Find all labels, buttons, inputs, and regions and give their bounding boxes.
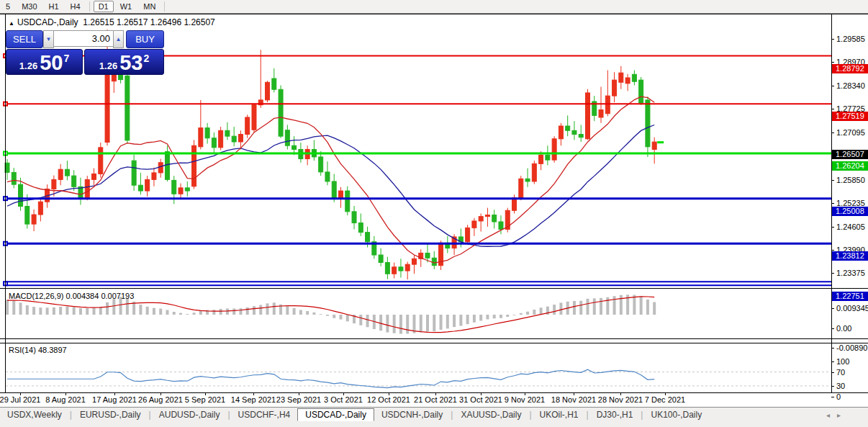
timeframe-button-mn[interactable]: MN xyxy=(138,1,161,12)
rsi-line xyxy=(7,369,654,387)
candle-body xyxy=(52,179,56,189)
candle-body xyxy=(512,197,517,210)
macd-rsi-divider2 xyxy=(0,343,868,343)
volume-increase-button[interactable]: ▲ xyxy=(113,30,124,48)
candle-up xyxy=(605,71,610,117)
tab-dj30-h1[interactable]: DJ30-,H1 xyxy=(589,409,641,421)
toolbar-separator xyxy=(89,1,90,12)
sell-price-display[interactable]: 1.26 50 7 xyxy=(6,49,83,75)
volume-input[interactable] xyxy=(54,30,113,47)
candle-body xyxy=(205,128,209,138)
candle-up xyxy=(219,127,223,150)
timeframe-button-h1[interactable]: H1 xyxy=(44,1,64,12)
price-axis-label: 1.29585 xyxy=(836,35,865,43)
tab-separator: | xyxy=(529,410,531,420)
candle-down xyxy=(225,122,230,140)
price-axis-label: 1.27095 xyxy=(836,128,865,137)
tab-xauusd-daily[interactable]: XAUUSD-,Daily xyxy=(453,409,528,421)
timeframe-button-m30[interactable]: M30 xyxy=(17,1,42,12)
candle-down xyxy=(372,236,376,259)
candle-body xyxy=(92,174,96,179)
tab-usdx-weekly[interactable]: USDX,Weekly xyxy=(0,409,69,421)
candle-down xyxy=(232,127,236,146)
candle-down xyxy=(132,155,136,191)
candle-down xyxy=(639,77,643,105)
tab-scroll-left-icon[interactable]: ◂ xyxy=(826,411,837,419)
candle-body xyxy=(585,93,589,139)
candle-body xyxy=(379,255,383,262)
tab-usdchf-h4[interactable]: USDCHF-,H4 xyxy=(231,409,298,421)
candle-body xyxy=(279,89,283,136)
candle-down xyxy=(358,213,363,235)
candle-down xyxy=(385,257,389,279)
candle-down xyxy=(352,206,356,229)
tab-uk100-daily[interactable]: UK100-,Daily xyxy=(643,409,709,421)
rsi-axis-label: 30 xyxy=(836,382,845,390)
status-strip xyxy=(0,421,868,427)
price-badge-1.23812: 1.23812 xyxy=(832,251,868,261)
candle-body xyxy=(99,148,103,174)
candle-body xyxy=(412,259,416,264)
tab-usdcad-daily[interactable]: USDCAD-,Daily xyxy=(297,408,374,421)
macd-signal-line xyxy=(7,297,654,333)
candle-up xyxy=(619,66,623,89)
tab-eurusd-daily[interactable]: EURUSD-,Daily xyxy=(73,409,148,421)
rsi-label: RSI(14) 48.3897 xyxy=(9,346,67,354)
candle-up xyxy=(158,159,163,178)
rsi-axis-tick xyxy=(831,397,834,397)
candle-down xyxy=(546,145,550,165)
rsi-axis-label: 0 xyxy=(836,392,841,401)
candle-down xyxy=(432,251,436,269)
tab-ukoil-h1[interactable]: UKOil-,H1 xyxy=(533,409,586,421)
candle-up xyxy=(599,87,603,123)
tab-audusd-daily[interactable]: AUDUSD-,Daily xyxy=(152,409,227,421)
candle-body xyxy=(546,155,550,160)
buy-button[interactable]: BUY xyxy=(126,30,164,48)
candle-down xyxy=(572,121,577,140)
candle-body xyxy=(599,109,603,117)
candle-up xyxy=(485,208,489,227)
candle-body xyxy=(559,126,563,139)
timeframe-button-w1[interactable]: W1 xyxy=(115,1,137,12)
buy-price-display[interactable]: 1.26 53 2 xyxy=(84,49,164,75)
pane-border-top xyxy=(0,14,868,14)
tab-scroll-right-icon[interactable]: ▸ xyxy=(837,411,848,419)
candle-down xyxy=(65,161,69,180)
rsi-axis-label: 100 xyxy=(836,357,849,366)
candle-down xyxy=(272,68,276,93)
timeframe-button-d1[interactable]: D1 xyxy=(94,1,114,12)
candle-body xyxy=(339,191,343,198)
candle-up xyxy=(99,143,103,178)
candle-body xyxy=(552,139,556,160)
macd-label: MACD(12,26,9) 0.004384 0.007193 xyxy=(9,292,134,300)
candle-up xyxy=(439,241,443,270)
candle-body xyxy=(525,179,530,181)
candle-down xyxy=(205,123,209,144)
candle-body xyxy=(405,264,410,271)
candle-down xyxy=(138,173,143,194)
candle-down xyxy=(212,132,216,153)
timeframe-button-5[interactable]: 5 xyxy=(1,1,15,12)
rsi-axis-tick xyxy=(831,386,834,387)
collapse-arrow-icon[interactable]: ▲ xyxy=(9,20,14,27)
one-click-trading-panel: SELL ▼ ▲ BUY 1.26 50 7 1.26 53 2 xyxy=(6,30,163,86)
candle-body xyxy=(612,80,617,96)
candle-body xyxy=(579,135,583,138)
candle-up xyxy=(192,140,196,189)
sell-button[interactable]: SELL xyxy=(6,30,43,48)
candle-body xyxy=(499,222,503,229)
price-badge-1.27519: 1.27519 xyxy=(832,112,868,121)
candle-body xyxy=(532,163,536,181)
candle-up xyxy=(505,208,510,233)
candle-up xyxy=(258,50,263,108)
candle-up xyxy=(266,81,270,102)
candle-up xyxy=(32,210,36,231)
tab-usdcnh-daily[interactable]: USDCNH-,Daily xyxy=(374,409,450,421)
price-badge-1.26507: 1.26507 xyxy=(832,150,868,159)
volume-decrease-button[interactable]: ▼ xyxy=(43,30,54,48)
buy-price-big: 53 xyxy=(119,53,143,73)
timeframe-button-h4[interactable]: H4 xyxy=(65,1,86,12)
candle-up xyxy=(85,176,89,200)
candle-body xyxy=(492,215,497,222)
candle-up xyxy=(585,89,589,140)
